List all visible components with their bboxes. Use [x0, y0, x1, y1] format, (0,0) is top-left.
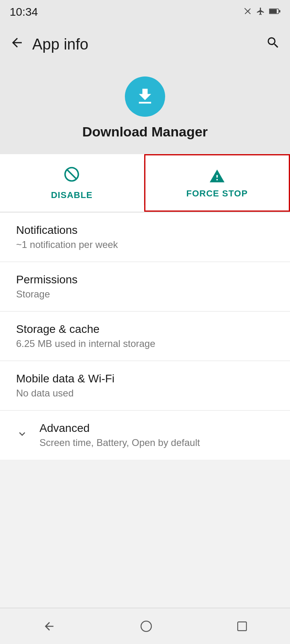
- advanced-item[interactable]: Advanced Screen time, Battery, Open by d…: [0, 411, 290, 460]
- page-title: App info: [32, 36, 88, 53]
- force-stop-button[interactable]: FORCE STOP: [144, 154, 290, 212]
- advanced-subtitle: Screen time, Battery, Open by default: [39, 437, 200, 448]
- mobile-data-item[interactable]: Mobile data & Wi-Fi No data used: [0, 361, 290, 410]
- mobile-data-title: Mobile data & Wi-Fi: [16, 372, 114, 385]
- svg-point-3: [141, 621, 151, 632]
- search-button[interactable]: [266, 35, 280, 54]
- app-header: Download Manager: [0, 64, 290, 154]
- settings-list: Notifications ~1 notification per week P…: [0, 213, 290, 460]
- action-row: DISABLE FORCE STOP: [0, 154, 290, 212]
- permissions-text: Permissions Storage: [16, 273, 77, 300]
- force-stop-label: FORCE STOP: [186, 188, 248, 199]
- permissions-subtitle: Storage: [16, 289, 77, 300]
- disable-label: DISABLE: [51, 190, 93, 200]
- storage-item[interactable]: Storage & cache 6.25 MB used in internal…: [0, 312, 290, 361]
- app-bar-left: App info: [10, 35, 88, 54]
- battery-icon: [269, 8, 280, 17]
- status-time: 10:34: [10, 6, 38, 19]
- disable-button[interactable]: DISABLE: [0, 154, 144, 212]
- mute-icon: [243, 7, 252, 18]
- storage-title: Storage & cache: [16, 323, 155, 336]
- app-bar: App info: [0, 24, 290, 64]
- storage-subtitle: 6.25 MB used in internal storage: [16, 338, 155, 349]
- status-bar: 10:34: [0, 0, 290, 24]
- airplane-icon: [256, 7, 265, 18]
- advanced-text: Advanced Screen time, Battery, Open by d…: [39, 422, 200, 448]
- notifications-subtitle: ~1 notification per week: [16, 239, 118, 250]
- mobile-data-text: Mobile data & Wi-Fi No data used: [16, 372, 114, 399]
- svg-rect-4: [238, 622, 246, 631]
- recents-nav-button[interactable]: [225, 617, 259, 636]
- chevron-down-icon: [16, 428, 28, 443]
- advanced-title: Advanced: [39, 422, 200, 435]
- back-nav-button[interactable]: [31, 616, 68, 637]
- notifications-item[interactable]: Notifications ~1 notification per week: [0, 213, 290, 262]
- app-name: Download Manager: [82, 124, 208, 140]
- permissions-title: Permissions: [16, 273, 77, 286]
- svg-rect-2: [279, 10, 280, 12]
- svg-rect-1: [269, 9, 277, 13]
- bottom-nav: [0, 608, 290, 644]
- notifications-title: Notifications: [16, 224, 118, 237]
- storage-text: Storage & cache 6.25 MB used in internal…: [16, 323, 155, 349]
- permissions-item[interactable]: Permissions Storage: [0, 262, 290, 311]
- force-stop-icon: [208, 167, 226, 185]
- disable-icon: [63, 165, 81, 187]
- home-nav-button[interactable]: [128, 617, 164, 636]
- mobile-data-subtitle: No data used: [16, 388, 114, 399]
- status-icons: [243, 7, 280, 18]
- notifications-text: Notifications ~1 notification per week: [16, 224, 118, 250]
- back-button[interactable]: [10, 35, 24, 54]
- app-icon: [125, 76, 165, 117]
